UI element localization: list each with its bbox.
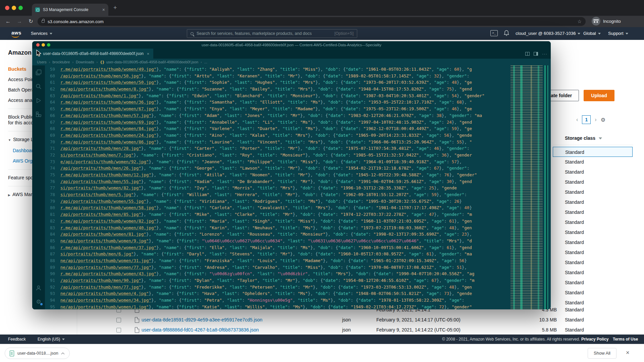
reload-button[interactable]: ↻ [27, 17, 35, 25]
code-line[interactable]: 95ne/api/portraits/thumb/women/1.jpg"}, … [45, 304, 511, 309]
code-line[interactable]: 76/api/portraits/thumb/men/55.jpg"}, "na… [45, 178, 511, 185]
tab-close-icon[interactable]: × [102, 7, 105, 12]
code-line[interactable]: 61r.me/api/portraits/thumb/women/50.jpg"… [45, 79, 511, 86]
breadcrumb-segment[interactable]: Downloads [76, 60, 94, 64]
code-line[interactable]: 91/api/portraits/thumb/men/90.jpg"}, "na… [45, 277, 511, 284]
code-line[interactable]: 77si/portraits/thumb/women/82.jpg"}, "na… [45, 185, 511, 191]
notifications-bell-icon[interactable] [504, 30, 509, 36]
extensions-icon[interactable] [35, 111, 42, 118]
row-checkbox[interactable] [116, 328, 121, 333]
code-line[interactable]: 80r.me/api/portraits/thumb/women/58.jpg"… [45, 204, 511, 211]
row-checkbox[interactable] [116, 318, 121, 322]
code-line[interactable]: 66r.me/api/portraits/thumb/men/57.jpg"},… [45, 112, 511, 119]
code-line[interactable]: 59r.me/api/portraits/thumb/women/49.jpg"… [45, 66, 511, 73]
prev-page-icon[interactable]: ‹ [576, 117, 578, 123]
bookmark-star-icon[interactable]: ☆ [577, 19, 582, 24]
code-line[interactable]: 78si/portraits/thumb/men/5.jpg"}, "name"… [45, 191, 511, 198]
back-button[interactable]: ← [4, 17, 12, 25]
storage-class-cell[interactable]: Standard [553, 288, 633, 298]
macos-zoom-button[interactable] [18, 6, 23, 10]
file-link[interactable]: user-data-8de18591-d929-4e59-a3ee-e95917… [142, 317, 262, 322]
code-line[interactable]: 73e/api/portraits/thumb/women/92.jpg"}, … [45, 159, 511, 165]
code-line[interactable]: 62ne/api/portraits/thumb/women/8.jpg"}, … [45, 86, 511, 93]
vscode-minimize-button[interactable] [42, 43, 45, 47]
table-settings-gear-icon[interactable]: ⚙ [601, 117, 605, 123]
code-line[interactable]: 72si/portraits/thumb/men/7.jpg"}, "name"… [45, 152, 511, 159]
storage-class-cell[interactable]: Standard [553, 157, 633, 167]
forward-button[interactable]: → [15, 17, 23, 25]
code-line[interactable]: 85ne/api/portraits/thumb/women/9.jpg"}, … [45, 238, 511, 244]
aws-search-input[interactable]: Search for services, features, marketpla… [187, 29, 357, 38]
editor-more-actions-icon[interactable]: ··· [542, 51, 547, 56]
language-selector[interactable]: English (US) [38, 337, 65, 342]
upload-button[interactable]: Upload [584, 90, 614, 101]
storage-class-cell[interactable]: Standard [553, 278, 633, 288]
code-line[interactable]: 89ne/api/portraits/thumb/women/77.jpg"},… [45, 264, 511, 271]
code-line[interactable]: 94ne/api/portraits/thumb/women/34.jpg"},… [45, 297, 511, 304]
editor-scrollbar[interactable] [543, 65, 551, 309]
breadcrumb[interactable]: Users›brocktubre›Downloads›{}user-data-0… [32, 59, 551, 65]
storage-class-cell[interactable]: Standard [553, 227, 633, 237]
code-line[interactable]: 79/api/portraits/thumb/women/55.jpg"}, "… [45, 198, 511, 205]
search-icon[interactable] [35, 83, 42, 90]
download-item[interactable]: user-data-0018....json [5, 348, 70, 359]
breadcrumb-segment[interactable]: ... [204, 60, 207, 64]
account-menu[interactable]: cloud_user @ 6083-3527-1036 [516, 31, 580, 36]
breadcrumb-segment[interactable]: {}user-data-001860f5-d0a6-4958-ba6f-4986… [100, 60, 198, 64]
editor-tab[interactable]: {} user-data-001860f5-d0a6-4958-ba6f-498… [32, 49, 153, 59]
storage-class-cell[interactable]: Standard [553, 217, 633, 227]
vscode-zoom-button[interactable] [47, 43, 50, 47]
storage-class-cell[interactable]: Standard [553, 197, 633, 207]
show-all-downloads-button[interactable]: Show All [588, 348, 616, 359]
code-line[interactable]: 83r.me/api/portraits/thumb/women/40.jpg"… [45, 225, 511, 231]
code-line[interactable]: 87si/portraits/thumb/men/6.jpg"}, "name"… [45, 251, 511, 257]
privacy-policy-link[interactable]: Privacy Policy [581, 337, 608, 342]
editor-lines[interactable]: 59r.me/api/portraits/thumb/women/49.jpg"… [45, 65, 511, 309]
storage-class-column-header[interactable]: Storage class [565, 135, 602, 141]
file-link[interactable]: user-data-9f88886d-fd01-4267-b1a8-0f6b87… [142, 327, 259, 333]
code-line[interactable]: 70r.me/api/portraits/thumb/women/86.jpg"… [45, 139, 511, 145]
code-line[interactable]: 67r.me/api/portraits/thumb/women/69.jpg"… [45, 119, 511, 126]
support-menu[interactable]: Support [608, 31, 628, 36]
storage-class-cell[interactable]: Standard [553, 147, 633, 157]
vscode-title-bar[interactable]: user-data-001860f5-d0a6-4958-ba6f-498600… [32, 41, 551, 49]
code-line[interactable]: 84/api/portraits/thumb/women/81.jpg"}, "… [45, 231, 511, 238]
aws-logo[interactable]: aws [11, 30, 21, 38]
code-line[interactable]: 74/api/portraits/thumb/men/26.jpg"}, "na… [45, 165, 511, 172]
code-line[interactable]: 69r.me/api/portraits/thumb/women/24.jpg"… [45, 132, 511, 139]
storage-class-cell[interactable]: Standard [553, 207, 633, 217]
storage-class-cell[interactable]: Standard [553, 177, 633, 187]
storage-class-cell[interactable]: Standard [553, 257, 633, 267]
split-editor-icon[interactable] [525, 52, 530, 56]
code-line[interactable]: 82r.me/api/portraits/thumb/women/82.jpg"… [45, 218, 511, 225]
explorer-icon[interactable] [35, 69, 42, 76]
code-line[interactable]: 86r.me/api/portraits/thumb/women/37.jpg"… [45, 244, 511, 251]
minimap[interactable] [511, 65, 543, 309]
code-line[interactable]: 64r.me/api/portraits/thumb/women/36.jpg"… [45, 99, 511, 106]
url-text[interactable]: s3.console.aws.amazon.com [48, 19, 577, 24]
code-line[interactable]: 88ne/api/portraits/thumb/women/31.jpg"},… [45, 257, 511, 264]
code-line[interactable]: 60/api/portraits/thumb/men/50.jpg"}, "na… [45, 73, 511, 79]
cloudshell-icon[interactable]: >_ [490, 30, 498, 36]
run-debug-icon[interactable] [35, 97, 42, 104]
code-line[interactable]: 63/api/portraits/thumb/men/1.jpg"}, "nam… [45, 93, 511, 99]
storage-class-cell[interactable]: Standard [553, 267, 633, 278]
storage-class-cell[interactable]: Standard [553, 247, 633, 257]
breadcrumb-segment[interactable]: Users [37, 60, 47, 64]
next-page-icon[interactable]: › [595, 117, 596, 123]
browser-tab[interactable]: S3 Management Console × [32, 4, 108, 16]
column-sort-icon[interactable] [599, 137, 602, 139]
account-icon[interactable] [35, 284, 42, 292]
macos-minimize-button[interactable] [12, 6, 16, 10]
address-bar[interactable]: s3.console.aws.amazon.com ☆ [38, 17, 586, 26]
storage-class-cell[interactable]: Standard [553, 187, 633, 197]
storage-class-cell[interactable]: Standard [553, 167, 633, 177]
terms-link[interactable]: Terms of Use [613, 337, 638, 342]
new-tab-button[interactable]: + [113, 4, 117, 11]
storage-class-cell[interactable]: Standard [553, 237, 633, 247]
code-line[interactable]: 75r.me/api/portraits/thumb/men/12.jpg"},… [45, 172, 511, 178]
download-bar-close-icon[interactable]: × [626, 349, 630, 356]
code-line[interactable]: 92/api/portraits/thumb/men/77.jpg"}, "na… [45, 284, 511, 291]
vscode-close-button[interactable] [36, 43, 40, 47]
macos-close-button[interactable] [5, 6, 9, 10]
